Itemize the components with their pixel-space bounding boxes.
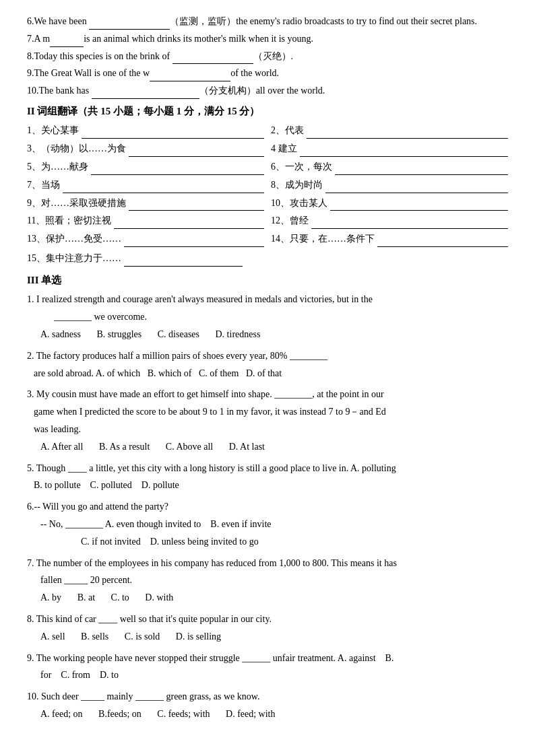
vocab-6-label: 6、一次，每次 xyxy=(271,159,332,175)
vocab-grid: 1、关心某事 2、代表 3、（动物）以……为食 4 建立 5、为……献身 6、一… xyxy=(27,123,508,249)
vocab-11-blank[interactable] xyxy=(114,228,264,229)
vocab-13-blank[interactable] xyxy=(124,246,264,247)
vocab-item-5: 5、为……献身 xyxy=(27,159,264,175)
vocab-item-14: 14、只要，在……条件下 xyxy=(271,231,508,247)
question-2: 2. The factory produces half a million p… xyxy=(27,348,508,382)
q1-option-a[interactable]: A. sadness xyxy=(40,327,81,343)
vocab-item-9: 9、对……采取强硬措施 xyxy=(27,195,264,211)
q6-text3: C. if not invited D. unless being invite… xyxy=(27,534,508,550)
q1-option-c[interactable]: C. diseases xyxy=(158,327,199,343)
vocab-7-label: 7、当场 xyxy=(27,177,60,193)
worksheet: 6.We have been （监测，监听）the enemy's radio … xyxy=(27,13,508,722)
vocab-2-label: 2、代表 xyxy=(271,123,304,139)
vocab-4-blank[interactable] xyxy=(300,156,509,157)
q1-text: 1. I realized strength and courage aren'… xyxy=(27,291,508,308)
q7-option-c[interactable]: C. to xyxy=(111,590,129,606)
vocab-item-10: 10、攻击某人 xyxy=(271,195,508,211)
q6-text: 6.-- Will you go and attend the party? xyxy=(27,499,508,515)
q8-options: A. sell B. sells C. is sold D. is sellin… xyxy=(27,629,508,645)
q3-options: A. After all B. As a result C. Above all… xyxy=(27,439,508,455)
q7-option-a[interactable]: A. by xyxy=(40,590,61,606)
vocab-item-7: 7、当场 xyxy=(27,177,264,193)
q5-options: B. to pollute C. polluted D. pollute xyxy=(27,477,508,493)
q2-text: 2. The factory produces half a million p… xyxy=(27,348,508,364)
question-1: 1. I realized strength and courage aren'… xyxy=(27,291,508,342)
section3-title: III 单选 xyxy=(27,272,508,289)
q10-options: A. feed; on B.feeds; on C. feeds; with D… xyxy=(27,706,508,722)
vocab-4-label: 4 建立 xyxy=(271,141,297,157)
question-6: 6.-- Will you go and attend the party? -… xyxy=(27,499,508,549)
q8-option-b[interactable]: B. sells xyxy=(81,629,108,645)
vocab-1-label: 1、关心某事 xyxy=(27,123,79,139)
q3-text: 3. My cousin must have made an effort to… xyxy=(27,386,508,403)
q2-text2: are sold abroad. A. of which B. which of… xyxy=(27,366,508,382)
q3-option-b[interactable]: B. As a result xyxy=(99,439,150,455)
section2-title: II 词组翻译（共 15 小题；每小题 1 分，满分 15 分） xyxy=(27,103,508,121)
vocab-3-label: 3、（动物）以……为食 xyxy=(27,141,126,157)
q8-option-a[interactable]: A. sell xyxy=(40,629,65,645)
q8-option-d[interactable]: D. is selling xyxy=(176,629,221,645)
vocab-10-label: 10、攻击某人 xyxy=(271,195,327,211)
q7-option-d[interactable]: D. with xyxy=(145,590,173,606)
vocab-11-label: 11、照看；密切注视 xyxy=(27,213,111,229)
q10-text: 10. Such deer _____ mainly ______ green … xyxy=(27,689,508,705)
q7-options: A. by B. at C. to D. with xyxy=(27,590,508,606)
vocab-item-11: 11、照看；密切注视 xyxy=(27,213,264,229)
vocab-12-label: 12、曾经 xyxy=(271,213,309,229)
q3-text2: game when I predicted the score to be ab… xyxy=(27,404,508,420)
vocab-3-blank[interactable] xyxy=(129,156,264,157)
vocab-12-blank[interactable] xyxy=(311,228,508,229)
q10-blank[interactable] xyxy=(92,98,199,99)
q5-text: 5. Though ____ a little, yet this city w… xyxy=(27,460,508,477)
q10-option-a[interactable]: A. feed; on xyxy=(40,706,83,722)
question-9: 9. The working people have never stopped… xyxy=(27,650,508,684)
vocab-item-13: 13、保护……免受…… xyxy=(27,231,264,247)
q3-text3: was leading. xyxy=(27,421,508,438)
vocab-item-6: 6、一次，每次 xyxy=(271,159,508,175)
vocab-5-blank[interactable] xyxy=(91,174,264,175)
q1-option-d[interactable]: D. tiredness xyxy=(216,327,261,343)
q8-blank[interactable] xyxy=(172,63,253,64)
vocab-item-15: 15、集中注意力于…… xyxy=(27,250,243,267)
q10-line: 10.The bank has （分支机构）all over the world… xyxy=(27,83,508,99)
section2: II 词组翻译（共 15 小题；每小题 1 分，满分 15 分） 1、关心某事 … xyxy=(27,103,508,267)
q7-line: 7.A mis an animal which drinks its mothe… xyxy=(27,31,508,47)
vocab-15-label: 15、集中注意力于…… xyxy=(27,250,121,267)
vocab-7-blank[interactable] xyxy=(63,193,264,193)
vocab-9-label: 9、对……采取强硬措施 xyxy=(27,195,126,211)
vocab-9-blank[interactable] xyxy=(129,210,264,211)
vocab-10-blank[interactable] xyxy=(330,210,508,211)
q3-option-c[interactable]: C. Above all xyxy=(166,439,213,455)
vocab-item-8: 8、成为时尚 xyxy=(271,177,508,193)
q1-option-b[interactable]: B. struggles xyxy=(96,327,141,343)
q7-text2: fallen _____ 20 percent. xyxy=(27,572,508,588)
vocab-item-3: 3、（动物）以……为食 xyxy=(27,141,264,157)
vocab-item-1: 1、关心某事 xyxy=(27,123,264,139)
q6-blank[interactable] xyxy=(89,29,170,30)
vocab-1-blank[interactable] xyxy=(82,138,264,139)
vocab-item-2: 2、代表 xyxy=(271,123,508,139)
q3-option-a[interactable]: A. After all xyxy=(40,439,83,455)
q8-text: 8. This kind of car ____ well so that it… xyxy=(27,611,508,627)
section3: III 单选 1. I realized strength and courag… xyxy=(27,272,508,722)
q10-option-b[interactable]: B.feeds; on xyxy=(98,706,141,722)
vocab-8-blank[interactable] xyxy=(325,193,508,193)
vocab-15-blank[interactable] xyxy=(124,266,243,267)
vocab-13-label: 13、保护……免受…… xyxy=(27,231,121,247)
q6-line: 6.We have been （监测，监听）the enemy's radio … xyxy=(27,13,508,30)
q9-blank[interactable] xyxy=(150,81,230,81)
q8-option-c[interactable]: C. is sold xyxy=(125,629,160,645)
q6-text2: -- No, ________ A. even though invited t… xyxy=(27,516,508,532)
vocab-6-blank[interactable] xyxy=(335,174,508,175)
q3-option-d[interactable]: D. At last xyxy=(229,439,265,455)
q8-line: 8.Today this species is on the brink of … xyxy=(27,48,508,65)
q10-option-c[interactable]: C. feeds; with xyxy=(157,706,210,722)
question-5: 5. Though ____ a little, yet this city w… xyxy=(27,460,508,494)
q7-blank[interactable] xyxy=(50,46,84,47)
q7-option-b[interactable]: B. at xyxy=(77,590,95,606)
q10-option-d[interactable]: D. feed; with xyxy=(226,706,275,722)
q9-text2: for C. from D. to xyxy=(27,667,508,683)
vocab-2-blank[interactable] xyxy=(307,138,508,139)
vocab-14-blank[interactable] xyxy=(377,246,508,247)
q9-text: 9. The working people have never stopped… xyxy=(27,650,508,666)
